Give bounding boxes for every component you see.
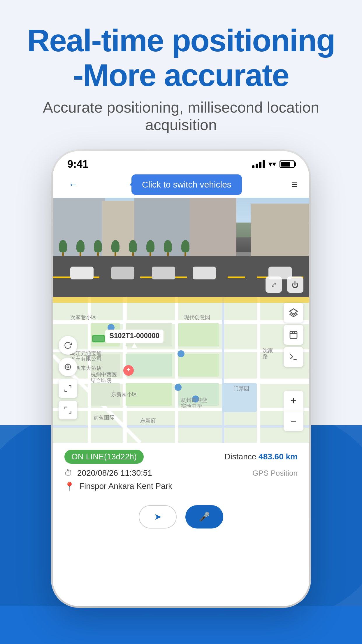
location-pin-icon: 📍 [64, 482, 75, 491]
power-button[interactable]: ⏻ [287, 276, 303, 293]
svg-text:东新园小区: 东新园小区 [111, 391, 137, 397]
clock-icon: ⏱ [64, 468, 73, 478]
status-row: ON LINE(13d22h) Distance 483.60 km [64, 450, 298, 464]
action-buttons: ➤ 🎤 [53, 498, 309, 539]
svg-text:前蓝国际: 前蓝国际 [94, 415, 115, 421]
subtitle-text: Accurate positioning, millisecond locati… [17, 99, 345, 134]
svg-text:+: + [127, 366, 131, 373]
layers-button[interactable] [284, 303, 303, 323]
expand-button[interactable]: ⤢ [266, 276, 282, 293]
svg-text:杭州中西医: 杭州中西医 [90, 372, 117, 377]
svg-point-25 [178, 350, 184, 357]
street-car-4 [193, 267, 216, 279]
svg-rect-9 [222, 297, 224, 443]
map-container[interactable]: + S102T1-000000 次家巷小区 现代创意园 [53, 297, 309, 443]
menu-button[interactable]: ≡ [291, 178, 298, 191]
gps-position-badge: GPS Position [252, 469, 298, 478]
status-icons: ▾▾ [252, 160, 295, 169]
location-text: Finspor Ankara Kent Park [79, 482, 172, 491]
map-side-controls [284, 303, 303, 367]
map-left-controls [59, 336, 77, 419]
battery-icon [280, 160, 295, 168]
street-car-2 [111, 267, 134, 279]
fence-button[interactable] [284, 325, 303, 345]
microphone-button[interactable]: 🎤 [185, 505, 223, 528]
refresh-button[interactable] [59, 336, 77, 355]
map-svg: + S102T1-000000 次家巷小区 现代创意园 [53, 297, 309, 443]
street-car-3 [152, 267, 175, 279]
location-row: 📍 Finspor Ankara Kent Park [64, 482, 298, 491]
svg-rect-48 [53, 297, 309, 303]
svg-rect-5 [53, 425, 309, 428]
phone-frame: 9:41 ▾▾ ← Click to switch vehicle [53, 151, 309, 606]
switch-vehicles-tooltip[interactable]: Click to switch vehicles [131, 174, 242, 195]
svg-rect-8 [175, 297, 178, 443]
svg-point-55 [65, 364, 71, 370]
svg-rect-14 [178, 323, 219, 346]
svg-rect-29 [93, 336, 104, 341]
svg-text:实验中学: 实验中学 [181, 403, 202, 409]
svg-rect-10 [257, 297, 260, 443]
status-time: 9:41 [67, 158, 88, 170]
back-button[interactable]: ← [64, 176, 82, 193]
svg-point-26 [175, 384, 182, 391]
map-zoom-controls: + − [284, 391, 303, 431]
expand-map-left[interactable] [59, 379, 77, 398]
svg-text:沈家: 沈家 [263, 348, 273, 354]
nav-bar: ← Click to switch vehicles ≡ [53, 172, 309, 198]
svg-rect-50 [290, 331, 297, 338]
street-view-controls: ⤢ ⏻ [266, 276, 303, 293]
signal-bars-icon [252, 160, 265, 168]
svg-text:S102T1-000000: S102T1-000000 [109, 332, 159, 340]
svg-text:次家巷小区: 次家巷小区 [70, 314, 96, 320]
trees-row [53, 240, 309, 258]
street-view: ⤢ ⏻ [53, 198, 309, 297]
svg-point-56 [67, 366, 69, 368]
header-section: Real-time positioning -More accurate Acc… [0, 23, 362, 134]
phone-mockup: 9:41 ▾▾ ← Click to switch vehicle [53, 151, 309, 606]
main-title: Real-time positioning -More accurate [17, 23, 345, 93]
terminal-button[interactable] [284, 347, 303, 367]
expand-map-right[interactable] [59, 401, 77, 419]
distance-value: 483.60 km [259, 452, 298, 461]
info-panel: ON LINE(13d22h) Distance 483.60 km ⏱ 202… [53, 443, 309, 498]
locate-button[interactable] [59, 358, 77, 376]
navigate-button[interactable]: ➤ [139, 505, 177, 528]
svg-rect-17 [178, 354, 219, 377]
zoom-out-button[interactable]: − [284, 411, 303, 431]
online-badge: ON LINE(13d22h) [64, 450, 144, 464]
zoom-in-button[interactable]: + [284, 391, 303, 411]
datetime-text: 2020/08/26 11:30:51 [77, 468, 152, 478]
svg-text:现代创意园: 现代创意园 [184, 314, 210, 320]
svg-text:结合医院: 结合医院 [91, 377, 112, 383]
svg-text:路: 路 [263, 354, 268, 359]
svg-text:东新府: 东新府 [140, 418, 156, 424]
svg-text:杭州市蔗蓝: 杭州市蔗蓝 [181, 397, 207, 403]
wifi-icon: ▾▾ [268, 160, 276, 169]
svg-text:门禁园: 门禁园 [233, 386, 249, 391]
street-car-1 [70, 267, 94, 279]
datetime-row: ⏱ 2020/08/26 11:30:51 GPS Position [64, 468, 298, 478]
status-bar: 9:41 ▾▾ [53, 151, 309, 172]
distance-text: Distance 483.60 km [224, 452, 298, 461]
